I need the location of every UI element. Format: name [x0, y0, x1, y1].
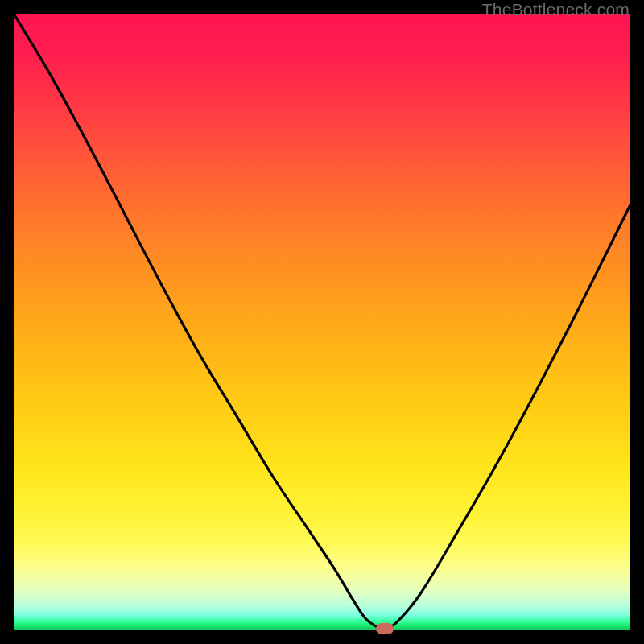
optimal-marker	[376, 623, 394, 634]
chart-frame: TheBottleneck.com	[0, 0, 644, 644]
bottleneck-curve	[14, 14, 630, 630]
watermark-text: TheBottleneck.com	[482, 0, 630, 19]
plot-area	[14, 14, 630, 630]
